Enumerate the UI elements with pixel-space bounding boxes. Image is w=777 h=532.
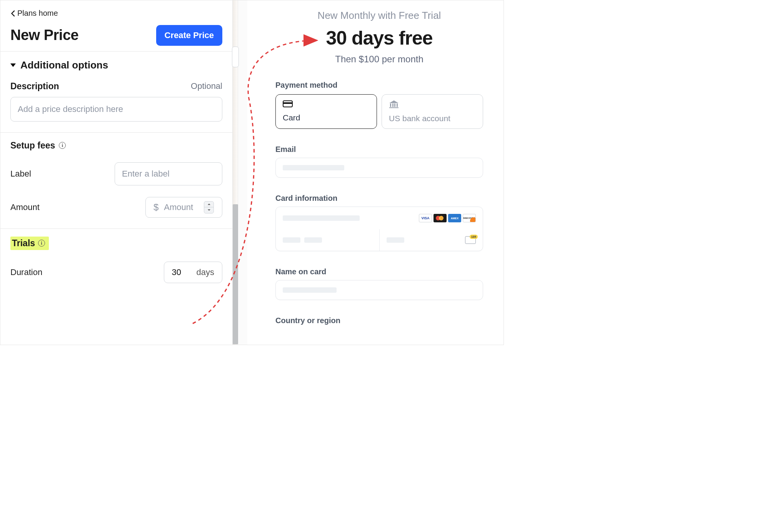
discover-icon: DISCOVER (463, 214, 476, 222)
country-label: Country or region (275, 316, 483, 325)
payment-method-card-label: Card (283, 113, 370, 122)
additional-options-disclosure[interactable]: Additional options (10, 59, 108, 71)
description-label: Description (10, 81, 59, 92)
name-on-card-label: Name on card (275, 267, 483, 276)
breadcrumb-plans-home[interactable]: Plans home (10, 9, 58, 18)
setup-fee-label-input[interactable] (115, 162, 222, 185)
setup-fee-amount-field[interactable]: $ (145, 197, 222, 218)
svg-rect-6 (389, 107, 399, 108)
trials-heading: Trials (12, 238, 35, 248)
card-expiry-input[interactable] (276, 229, 379, 251)
disclosure-label: Additional options (20, 59, 108, 71)
payment-method-card[interactable]: Card (275, 94, 377, 129)
trial-duration-field[interactable]: days (164, 262, 222, 283)
name-on-card-input[interactable] (275, 280, 483, 300)
email-label: Email (275, 145, 483, 154)
description-optional-tag: Optional (191, 81, 222, 91)
breadcrumb-label: Plans home (17, 9, 58, 18)
trial-duration-input[interactable] (172, 267, 190, 277)
card-cvc-input[interactable]: 135 (379, 229, 483, 251)
page-title: New Price (10, 27, 78, 43)
pane-splitter[interactable] (233, 0, 247, 345)
email-input[interactable] (275, 158, 483, 178)
preview-subtitle: New Monthly with Free Trial (275, 10, 483, 22)
card-info-label: Card information (275, 194, 483, 203)
card-number-input[interactable]: VISA AMEX DISCOVER (276, 207, 483, 229)
svg-rect-5 (397, 103, 398, 107)
create-price-button[interactable]: Create Price (156, 25, 222, 46)
setup-fees-heading: Setup fees (10, 140, 55, 151)
chevron-left-icon (10, 10, 15, 17)
trial-duration-unit: days (197, 267, 214, 277)
stepper-up-icon[interactable] (204, 202, 213, 208)
payment-method-label: Payment method (275, 81, 483, 90)
amount-stepper[interactable] (204, 201, 214, 213)
mastercard-icon (434, 214, 447, 222)
card-icon (283, 100, 370, 110)
cvc-icon: 135 (465, 236, 476, 244)
splitter-handle-icon[interactable] (232, 47, 239, 67)
visa-icon: VISA (419, 214, 432, 222)
setup-fee-amount-caption: Amount (10, 202, 40, 212)
card-brand-icons: VISA AMEX DISCOVER (419, 214, 476, 222)
description-input[interactable] (10, 97, 222, 122)
scrollbar-thumb[interactable] (233, 204, 238, 344)
amex-icon: AMEX (448, 214, 461, 222)
preview-then-line: Then $100 per month (275, 54, 483, 65)
chevron-down-icon (10, 63, 16, 67)
svg-rect-4 (394, 103, 395, 107)
trial-duration-caption: Duration (10, 267, 42, 277)
currency-symbol: $ (153, 202, 158, 213)
payment-method-bank-label: US bank account (389, 114, 476, 123)
info-icon[interactable]: i (59, 142, 66, 149)
svg-rect-3 (392, 103, 394, 107)
bank-icon (389, 100, 476, 111)
svg-rect-1 (283, 102, 292, 104)
preview-headline: 30 days free (275, 27, 483, 49)
payment-method-bank[interactable]: US bank account (382, 94, 483, 129)
stepper-down-icon[interactable] (204, 207, 213, 213)
setup-fee-label-caption: Label (10, 169, 31, 179)
svg-rect-2 (390, 103, 391, 107)
info-icon[interactable]: i (38, 240, 45, 247)
setup-fee-amount-input[interactable] (164, 202, 198, 212)
